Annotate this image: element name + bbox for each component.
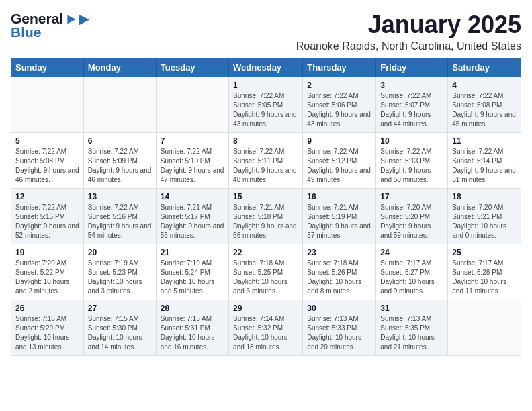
day-number: 21 xyxy=(161,248,224,257)
day-info: Sunrise: 7:22 AM Sunset: 5:09 PM Dayligh… xyxy=(88,147,152,185)
day-info: Sunrise: 7:22 AM Sunset: 5:08 PM Dayligh… xyxy=(15,147,79,185)
table-row: 2Sunrise: 7:22 AM Sunset: 5:06 PM Daylig… xyxy=(303,77,376,133)
page-header: General ►▶ Blue January 2025 Roanoke Rap… xyxy=(11,11,521,52)
day-number: 2 xyxy=(307,81,371,90)
day-info: Sunrise: 7:20 AM Sunset: 5:20 PM Dayligh… xyxy=(380,203,443,240)
day-number: 10 xyxy=(380,136,443,146)
table-row: 15Sunrise: 7:21 AM Sunset: 5:18 PM Dayli… xyxy=(229,189,303,244)
day-number: 14 xyxy=(161,192,224,201)
day-info: Sunrise: 7:17 AM Sunset: 5:28 PM Dayligh… xyxy=(452,259,517,296)
table-row: 4Sunrise: 7:22 AM Sunset: 5:08 PM Daylig… xyxy=(448,77,521,133)
day-info: Sunrise: 7:20 AM Sunset: 5:21 PM Dayligh… xyxy=(452,203,517,240)
day-number: 19 xyxy=(15,248,79,257)
day-number: 24 xyxy=(380,248,443,257)
day-number: 17 xyxy=(380,192,443,201)
logo-bird-icon: ►▶ xyxy=(64,11,89,27)
day-number: 18 xyxy=(452,192,517,201)
header-saturday: Saturday xyxy=(448,58,521,77)
table-row: 17Sunrise: 7:20 AM Sunset: 5:20 PM Dayli… xyxy=(376,189,448,244)
table-row xyxy=(11,77,84,133)
table-row: 25Sunrise: 7:17 AM Sunset: 5:28 PM Dayli… xyxy=(448,244,521,300)
day-info: Sunrise: 7:21 AM Sunset: 5:19 PM Dayligh… xyxy=(307,203,371,240)
day-info: Sunrise: 7:22 AM Sunset: 5:14 PM Dayligh… xyxy=(452,147,517,185)
day-info: Sunrise: 7:22 AM Sunset: 5:07 PM Dayligh… xyxy=(380,91,443,129)
table-row: 24Sunrise: 7:17 AM Sunset: 5:27 PM Dayli… xyxy=(376,244,448,300)
table-row: 10Sunrise: 7:22 AM Sunset: 5:13 PM Dayli… xyxy=(376,133,448,189)
table-row: 12Sunrise: 7:22 AM Sunset: 5:15 PM Dayli… xyxy=(11,189,84,244)
day-info: Sunrise: 7:15 AM Sunset: 5:31 PM Dayligh… xyxy=(161,314,224,352)
table-row: 31Sunrise: 7:13 AM Sunset: 5:35 PM Dayli… xyxy=(376,300,448,356)
day-info: Sunrise: 7:13 AM Sunset: 5:33 PM Dayligh… xyxy=(307,314,371,352)
day-number: 29 xyxy=(233,304,298,313)
day-info: Sunrise: 7:13 AM Sunset: 5:35 PM Dayligh… xyxy=(380,314,443,352)
day-info: Sunrise: 7:22 AM Sunset: 5:06 PM Dayligh… xyxy=(307,91,371,129)
day-number: 3 xyxy=(380,81,443,90)
day-number: 31 xyxy=(380,304,443,313)
table-row: 30Sunrise: 7:13 AM Sunset: 5:33 PM Dayli… xyxy=(303,300,376,356)
table-row xyxy=(156,77,228,133)
header-friday: Friday xyxy=(376,58,448,77)
day-number: 23 xyxy=(307,248,371,257)
day-number: 8 xyxy=(233,136,298,146)
calendar-week-row: 1Sunrise: 7:22 AM Sunset: 5:05 PM Daylig… xyxy=(11,77,521,133)
day-info: Sunrise: 7:15 AM Sunset: 5:30 PM Dayligh… xyxy=(88,314,152,352)
day-number: 12 xyxy=(15,192,79,201)
table-row: 16Sunrise: 7:21 AM Sunset: 5:19 PM Dayli… xyxy=(303,189,376,244)
table-row: 20Sunrise: 7:19 AM Sunset: 5:23 PM Dayli… xyxy=(83,244,156,300)
logo-area: General ►▶ Blue xyxy=(11,11,89,40)
day-number: 20 xyxy=(88,248,152,257)
calendar-header-row: Sunday Monday Tuesday Wednesday Thursday… xyxy=(11,58,521,77)
day-number: 16 xyxy=(307,192,371,201)
logo: General ►▶ Blue xyxy=(11,11,89,40)
table-row: 19Sunrise: 7:20 AM Sunset: 5:22 PM Dayli… xyxy=(11,244,84,300)
table-row: 1Sunrise: 7:22 AM Sunset: 5:05 PM Daylig… xyxy=(229,77,303,133)
table-row xyxy=(83,77,156,133)
day-info: Sunrise: 7:22 AM Sunset: 5:12 PM Dayligh… xyxy=(307,147,371,185)
day-number: 9 xyxy=(307,136,371,146)
header-wednesday: Wednesday xyxy=(229,58,303,77)
day-info: Sunrise: 7:21 AM Sunset: 5:18 PM Dayligh… xyxy=(233,203,298,240)
table-row: 29Sunrise: 7:14 AM Sunset: 5:32 PM Dayli… xyxy=(229,300,303,356)
day-number: 6 xyxy=(88,136,152,146)
day-number: 1 xyxy=(233,81,298,90)
day-info: Sunrise: 7:18 AM Sunset: 5:26 PM Dayligh… xyxy=(307,259,371,296)
day-number: 22 xyxy=(233,248,298,257)
day-number: 7 xyxy=(161,136,224,146)
day-info: Sunrise: 7:14 AM Sunset: 5:32 PM Dayligh… xyxy=(233,314,298,352)
table-row: 27Sunrise: 7:15 AM Sunset: 5:30 PM Dayli… xyxy=(83,300,156,356)
table-row: 14Sunrise: 7:21 AM Sunset: 5:17 PM Dayli… xyxy=(156,189,228,244)
day-info: Sunrise: 7:19 AM Sunset: 5:24 PM Dayligh… xyxy=(161,259,224,296)
header-monday: Monday xyxy=(83,58,156,77)
table-row: 13Sunrise: 7:22 AM Sunset: 5:16 PM Dayli… xyxy=(83,189,156,244)
day-number: 27 xyxy=(88,304,152,313)
table-row: 7Sunrise: 7:22 AM Sunset: 5:10 PM Daylig… xyxy=(156,133,228,189)
table-row xyxy=(448,300,521,356)
day-info: Sunrise: 7:21 AM Sunset: 5:17 PM Dayligh… xyxy=(161,203,224,240)
title-area: January 2025 Roanoke Rapids, North Carol… xyxy=(296,11,521,52)
day-info: Sunrise: 7:22 AM Sunset: 5:16 PM Dayligh… xyxy=(88,203,152,240)
day-number: 15 xyxy=(233,192,298,201)
table-row: 5Sunrise: 7:22 AM Sunset: 5:08 PM Daylig… xyxy=(11,133,84,189)
table-row: 28Sunrise: 7:15 AM Sunset: 5:31 PM Dayli… xyxy=(156,300,228,356)
day-number: 25 xyxy=(452,248,517,257)
table-row: 18Sunrise: 7:20 AM Sunset: 5:21 PM Dayli… xyxy=(448,189,521,244)
day-info: Sunrise: 7:22 AM Sunset: 5:13 PM Dayligh… xyxy=(380,147,443,185)
day-number: 30 xyxy=(307,304,371,313)
table-row: 11Sunrise: 7:22 AM Sunset: 5:14 PM Dayli… xyxy=(448,133,521,189)
day-info: Sunrise: 7:16 AM Sunset: 5:29 PM Dayligh… xyxy=(15,314,79,352)
calendar-table: Sunday Monday Tuesday Wednesday Thursday… xyxy=(11,58,521,356)
location-title: Roanoke Rapids, North Carolina, United S… xyxy=(296,40,521,52)
table-row: 9Sunrise: 7:22 AM Sunset: 5:12 PM Daylig… xyxy=(303,133,376,189)
table-row: 26Sunrise: 7:16 AM Sunset: 5:29 PM Dayli… xyxy=(11,300,84,356)
day-info: Sunrise: 7:19 AM Sunset: 5:23 PM Dayligh… xyxy=(88,259,152,296)
table-row: 6Sunrise: 7:22 AM Sunset: 5:09 PM Daylig… xyxy=(83,133,156,189)
table-row: 23Sunrise: 7:18 AM Sunset: 5:26 PM Dayli… xyxy=(303,244,376,300)
day-info: Sunrise: 7:22 AM Sunset: 5:05 PM Dayligh… xyxy=(233,91,298,129)
table-row: 8Sunrise: 7:22 AM Sunset: 5:11 PM Daylig… xyxy=(229,133,303,189)
calendar-week-row: 5Sunrise: 7:22 AM Sunset: 5:08 PM Daylig… xyxy=(11,133,521,189)
header-sunday: Sunday xyxy=(11,58,84,77)
day-info: Sunrise: 7:18 AM Sunset: 5:25 PM Dayligh… xyxy=(233,259,298,296)
day-number: 13 xyxy=(88,192,152,201)
table-row: 21Sunrise: 7:19 AM Sunset: 5:24 PM Dayli… xyxy=(156,244,228,300)
day-info: Sunrise: 7:22 AM Sunset: 5:15 PM Dayligh… xyxy=(15,203,79,240)
